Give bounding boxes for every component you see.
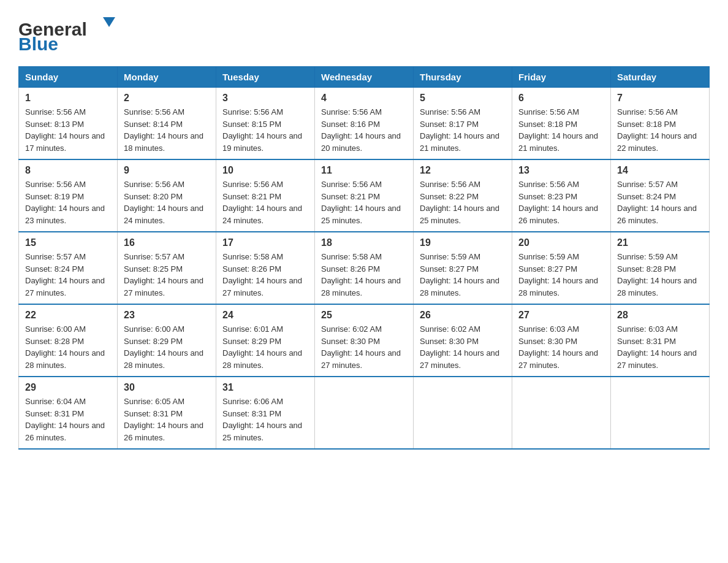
sunrise-label: Sunrise: 6:02 AM — [420, 324, 480, 334]
day-info: Sunrise: 5:56 AM Sunset: 8:23 PM Dayligh… — [518, 178, 604, 226]
sunset-label: Sunset: 8:18 PM — [518, 120, 577, 129]
calendar-day-cell: 12 Sunrise: 5:56 AM Sunset: 8:22 PM Dayl… — [414, 159, 512, 232]
daylight-label: Daylight: 14 hours and 26 minutes. — [124, 421, 203, 442]
sunrise-label: Sunrise: 5:59 AM — [420, 252, 480, 261]
calendar-day-cell: 9 Sunrise: 5:56 AM Sunset: 8:20 PM Dayli… — [118, 159, 216, 232]
calendar-day-cell: 24 Sunrise: 6:01 AM Sunset: 8:29 PM Dayl… — [216, 304, 315, 377]
calendar-day-cell: 4 Sunrise: 5:56 AM Sunset: 8:16 PM Dayli… — [315, 88, 414, 160]
day-info: Sunrise: 5:56 AM Sunset: 8:21 PM Dayligh… — [222, 178, 308, 226]
daylight-label: Daylight: 14 hours and 27 minutes. — [321, 348, 401, 370]
day-info: Sunrise: 5:56 AM Sunset: 8:16 PM Dayligh… — [321, 106, 407, 154]
day-number: 10 — [222, 165, 308, 176]
calendar-week-row: 1 Sunrise: 5:56 AM Sunset: 8:13 PM Dayli… — [19, 88, 710, 160]
daylight-label: Daylight: 14 hours and 24 minutes. — [222, 204, 302, 225]
daylight-label: Daylight: 14 hours and 27 minutes. — [518, 348, 598, 370]
daylight-label: Daylight: 14 hours and 23 minutes. — [25, 204, 105, 225]
sunset-label: Sunset: 8:24 PM — [617, 192, 676, 201]
day-info: Sunrise: 6:06 AM Sunset: 8:31 PM Dayligh… — [222, 396, 308, 443]
day-info: Sunrise: 5:59 AM Sunset: 8:27 PM Dayligh… — [420, 251, 506, 299]
day-number: 29 — [25, 382, 111, 393]
daylight-label: Daylight: 14 hours and 27 minutes. — [420, 348, 499, 370]
weekday-header-friday: Friday — [512, 67, 611, 88]
day-info: Sunrise: 5:56 AM Sunset: 8:19 PM Dayligh… — [25, 178, 111, 226]
sunset-label: Sunset: 8:23 PM — [518, 192, 577, 201]
sunrise-label: Sunrise: 6:01 AM — [222, 324, 283, 334]
day-number: 8 — [25, 165, 111, 176]
day-info: Sunrise: 6:04 AM Sunset: 8:31 PM Dayligh… — [25, 396, 111, 443]
calendar-day-cell — [512, 377, 611, 449]
daylight-label: Daylight: 14 hours and 19 minutes. — [222, 131, 302, 153]
sunrise-label: Sunrise: 5:56 AM — [25, 107, 86, 117]
calendar-day-cell: 28 Sunrise: 6:03 AM Sunset: 8:31 PM Dayl… — [611, 304, 710, 377]
day-info: Sunrise: 5:59 AM Sunset: 8:27 PM Dayligh… — [518, 251, 604, 299]
daylight-label: Daylight: 14 hours and 28 minutes. — [222, 348, 302, 370]
day-number: 11 — [321, 165, 407, 176]
sunrise-label: Sunrise: 6:00 AM — [25, 324, 86, 334]
sunset-label: Sunset: 8:31 PM — [617, 337, 676, 346]
daylight-label: Daylight: 14 hours and 26 minutes. — [617, 204, 697, 225]
day-number: 21 — [617, 237, 703, 248]
sunset-label: Sunset: 8:26 PM — [222, 264, 281, 274]
sunset-label: Sunset: 8:24 PM — [25, 264, 84, 274]
day-info: Sunrise: 5:58 AM Sunset: 8:26 PM Dayligh… — [222, 251, 308, 299]
day-number: 15 — [25, 237, 111, 248]
weekday-header-tuesday: Tuesday — [216, 67, 315, 88]
calendar-day-cell: 22 Sunrise: 6:00 AM Sunset: 8:28 PM Dayl… — [19, 304, 118, 377]
calendar-week-row: 8 Sunrise: 5:56 AM Sunset: 8:19 PM Dayli… — [19, 159, 710, 232]
sunset-label: Sunset: 8:19 PM — [25, 192, 84, 201]
day-number: 13 — [518, 165, 604, 176]
sunset-label: Sunset: 8:31 PM — [25, 409, 84, 418]
day-info: Sunrise: 5:56 AM Sunset: 8:21 PM Dayligh… — [321, 178, 407, 226]
calendar-day-cell: 2 Sunrise: 5:56 AM Sunset: 8:14 PM Dayli… — [118, 88, 216, 160]
daylight-label: Daylight: 14 hours and 21 minutes. — [420, 131, 499, 153]
logo: General Blue — [18, 12, 116, 60]
day-info: Sunrise: 5:57 AM Sunset: 8:24 PM Dayligh… — [25, 251, 111, 299]
sunrise-label: Sunrise: 5:56 AM — [222, 180, 283, 189]
day-number: 2 — [124, 93, 210, 104]
day-number: 26 — [420, 310, 506, 321]
calendar-week-row: 22 Sunrise: 6:00 AM Sunset: 8:28 PM Dayl… — [19, 304, 710, 377]
sunrise-label: Sunrise: 5:59 AM — [518, 252, 579, 261]
weekday-header-thursday: Thursday — [414, 67, 512, 88]
sunset-label: Sunset: 8:22 PM — [420, 192, 479, 201]
sunrise-label: Sunrise: 5:56 AM — [518, 180, 579, 189]
daylight-label: Daylight: 14 hours and 27 minutes. — [124, 276, 203, 297]
sunset-label: Sunset: 8:14 PM — [124, 120, 183, 129]
sunset-label: Sunset: 8:15 PM — [222, 120, 281, 129]
daylight-label: Daylight: 14 hours and 27 minutes. — [222, 276, 302, 297]
sunrise-label: Sunrise: 5:57 AM — [124, 252, 184, 261]
day-number: 28 — [617, 310, 703, 321]
day-number: 14 — [617, 165, 703, 176]
calendar-day-cell: 26 Sunrise: 6:02 AM Sunset: 8:30 PM Dayl… — [414, 304, 512, 377]
sunrise-label: Sunrise: 6:00 AM — [124, 324, 184, 334]
day-number: 23 — [124, 310, 210, 321]
day-number: 31 — [222, 382, 308, 393]
daylight-label: Daylight: 14 hours and 18 minutes. — [124, 131, 203, 153]
calendar-day-cell: 1 Sunrise: 5:56 AM Sunset: 8:13 PM Dayli… — [19, 88, 118, 160]
day-info: Sunrise: 5:56 AM Sunset: 8:14 PM Dayligh… — [124, 106, 210, 154]
daylight-label: Daylight: 14 hours and 28 minutes. — [518, 276, 598, 297]
day-info: Sunrise: 5:58 AM Sunset: 8:26 PM Dayligh… — [321, 251, 407, 299]
daylight-label: Daylight: 14 hours and 25 minutes. — [222, 421, 302, 442]
sunset-label: Sunset: 8:25 PM — [124, 264, 183, 274]
day-number: 18 — [321, 237, 407, 248]
calendar-day-cell: 19 Sunrise: 5:59 AM Sunset: 8:27 PM Dayl… — [414, 232, 512, 304]
sunset-label: Sunset: 8:29 PM — [222, 337, 281, 346]
calendar-day-cell: 7 Sunrise: 5:56 AM Sunset: 8:18 PM Dayli… — [611, 88, 710, 160]
svg-marker-1 — [103, 17, 115, 27]
sunrise-label: Sunrise: 5:56 AM — [420, 107, 480, 117]
sunrise-label: Sunrise: 5:56 AM — [617, 107, 678, 117]
day-info: Sunrise: 5:56 AM Sunset: 8:20 PM Dayligh… — [124, 178, 210, 226]
sunrise-label: Sunrise: 6:03 AM — [518, 324, 579, 334]
sunrise-label: Sunrise: 6:04 AM — [25, 397, 86, 406]
sunset-label: Sunset: 8:17 PM — [420, 120, 479, 129]
daylight-label: Daylight: 14 hours and 22 minutes. — [617, 131, 697, 153]
calendar-day-cell: 20 Sunrise: 5:59 AM Sunset: 8:27 PM Dayl… — [512, 232, 611, 304]
calendar-day-cell: 21 Sunrise: 5:59 AM Sunset: 8:28 PM Dayl… — [611, 232, 710, 304]
calendar-day-cell: 6 Sunrise: 5:56 AM Sunset: 8:18 PM Dayli… — [512, 88, 611, 160]
sunset-label: Sunset: 8:18 PM — [617, 120, 676, 129]
daylight-label: Daylight: 14 hours and 25 minutes. — [321, 204, 401, 225]
sunset-label: Sunset: 8:27 PM — [518, 264, 577, 274]
weekday-header-sunday: Sunday — [19, 67, 118, 88]
day-info: Sunrise: 5:56 AM Sunset: 8:17 PM Dayligh… — [420, 106, 506, 154]
